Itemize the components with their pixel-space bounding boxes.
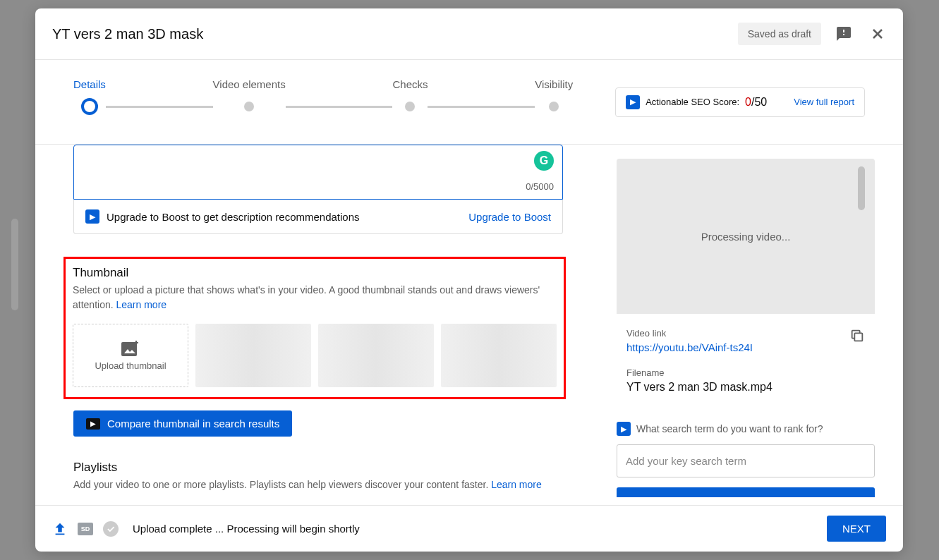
- step-dot: [244, 102, 254, 111]
- vidiq-icon: ▶: [85, 209, 99, 224]
- modal-scrollbar[interactable]: [858, 166, 865, 210]
- step-line: [286, 106, 393, 108]
- upload-thumbnail-label: Upload thumbnail: [95, 360, 166, 371]
- feedback-icon[interactable]: [835, 25, 852, 42]
- background-scrollbar[interactable]: [11, 219, 18, 310]
- seo-score-value: 0: [745, 96, 751, 108]
- thumbnail-placeholder-3[interactable]: [441, 324, 557, 387]
- add-image-icon: [121, 341, 140, 356]
- main-column: G 0/5000 ▶ Upgrade to Boost to get descr…: [35, 145, 607, 505]
- playlists-learn-more-link[interactable]: Learn more: [491, 479, 542, 490]
- stepper-row: Details Video elements Checks Visibility…: [35, 60, 903, 144]
- thumbnail-section-highlight: Thumbnail Select or upload a picture tha…: [63, 257, 566, 399]
- upgrade-row: ▶ Upgrade to Boost to get description re…: [73, 200, 563, 234]
- seo-score-box: ▶ Actionable SEO Score: 0/50 View full r…: [615, 87, 865, 117]
- search-term-input[interactable]: [617, 444, 875, 477]
- upload-status-text: Upload complete ... Processing will begi…: [133, 523, 827, 535]
- upload-modal: YT vers 2 man 3D mask Saved as draft Det…: [35, 8, 903, 552]
- thumbnail-placeholder-1[interactable]: [195, 324, 311, 387]
- playlists-desc-text: Add your video to one or more playlists.…: [73, 479, 491, 490]
- step-dot: [549, 102, 559, 111]
- thumbnail-learn-more-link[interactable]: Learn more: [116, 299, 167, 310]
- video-title: YT vers 2 man 3D mask: [52, 26, 738, 42]
- thumbnail-title: Thumbnail: [73, 266, 557, 280]
- vidiq-icon: ▶: [86, 418, 100, 430]
- step-visibility-label: Visibility: [535, 78, 573, 90]
- step-details-label: Details: [73, 78, 106, 90]
- compare-thumbnail-label: Compare thumbnail in search results: [107, 418, 279, 430]
- video-link-field: Video link https://youtu.be/VAinf-ts24I: [617, 328, 875, 353]
- svg-rect-1: [854, 333, 862, 341]
- seo-score-total: /50: [751, 96, 767, 108]
- processing-text: Processing video...: [701, 231, 791, 243]
- close-icon[interactable]: [869, 25, 886, 42]
- filename-label: Filename: [626, 367, 865, 378]
- step-checks-label: Checks: [392, 78, 428, 90]
- playlists-section: Playlists Add your video to one or more …: [73, 461, 563, 492]
- upload-thumbnail-button[interactable]: Upload thumbnail: [73, 324, 188, 387]
- description-char-count: 0/5000: [526, 181, 554, 192]
- playlists-desc: Add your video to one or more playlists.…: [73, 477, 563, 492]
- content-area: G 0/5000 ▶ Upgrade to Boost to get descr…: [35, 145, 903, 505]
- grammarly-icon[interactable]: G: [534, 151, 554, 171]
- step-line: [106, 106, 213, 108]
- vidiq-icon: ▶: [626, 95, 640, 109]
- copy-icon[interactable]: [849, 328, 865, 343]
- modal-footer: SD Upload complete ... Processing will b…: [35, 505, 903, 552]
- modal-header: YT vers 2 man 3D mask Saved as draft: [35, 8, 903, 59]
- description-textarea[interactable]: G 0/5000: [73, 145, 563, 200]
- view-full-report-link[interactable]: View full report: [794, 97, 854, 107]
- check-circle-icon: [103, 521, 119, 537]
- upgrade-to-boost-link[interactable]: Upgrade to Boost: [468, 211, 551, 223]
- step-visibility[interactable]: Visibility: [535, 78, 573, 111]
- svg-rect-0: [121, 342, 137, 356]
- step-details[interactable]: Details: [73, 78, 106, 111]
- seo-label: Actionable SEO Score:: [646, 97, 739, 107]
- video-link-url[interactable]: https://youtu.be/VAinf-ts24I: [626, 341, 865, 353]
- thumbnail-row: Upload thumbnail: [73, 324, 557, 387]
- upgrade-text: Upgrade to Boost to get description reco…: [107, 211, 461, 223]
- step-video-elements-label: Video elements: [213, 78, 286, 90]
- video-preview: Processing video...: [617, 159, 875, 314]
- step-dot: [405, 102, 415, 111]
- video-link-label: Video link: [626, 328, 865, 339]
- saved-as-draft-badge: Saved as draft: [738, 23, 821, 45]
- search-term-prompt: ▶ What search term do you want to rank f…: [617, 422, 875, 436]
- filename-field: Filename YT vers 2 man 3D mask.mp4: [617, 367, 875, 401]
- stepper: Details Video elements Checks Visibility: [73, 71, 573, 133]
- thumbnail-desc: Select or upload a picture that shows wh…: [73, 283, 557, 312]
- playlists-title: Playlists: [73, 461, 563, 475]
- filename-value: YT vers 2 man 3D mask.mp4: [626, 381, 865, 394]
- search-prompt-text: What search term do you want to rank for…: [636, 423, 823, 434]
- footer-status-icons: SD: [52, 521, 119, 537]
- sd-badge: SD: [78, 523, 93, 535]
- compare-thumbnail-button[interactable]: ▶ Compare thumbnail in search results: [73, 410, 292, 437]
- vidiq-icon: ▶: [617, 422, 631, 436]
- upload-icon: [52, 521, 68, 537]
- step-dot-active: [81, 98, 98, 115]
- next-button[interactable]: NEXT: [827, 516, 886, 542]
- step-checks[interactable]: Checks: [392, 78, 428, 111]
- thumbnail-placeholder-2[interactable]: [318, 324, 434, 387]
- step-line: [428, 106, 535, 108]
- step-video-elements[interactable]: Video elements: [213, 78, 286, 111]
- blue-action-bar[interactable]: [617, 487, 875, 497]
